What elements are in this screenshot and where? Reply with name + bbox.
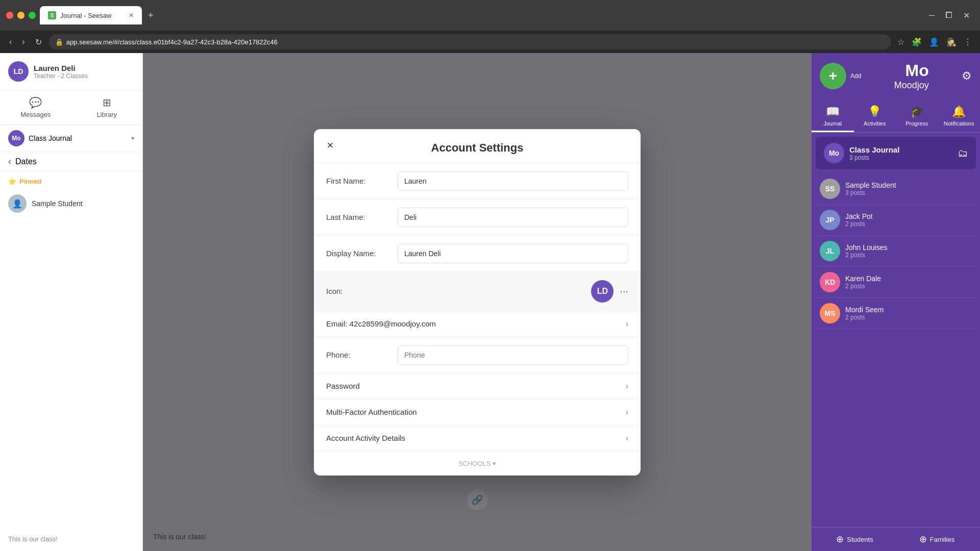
class-journal-item[interactable]: Mo Class Journal 3 posts 🗂 bbox=[816, 137, 976, 169]
class-intro-text: This is our class! bbox=[0, 527, 142, 551]
list-item[interactable]: JP Jack Pot 2 posts bbox=[816, 205, 976, 236]
forward-button[interactable]: › bbox=[19, 35, 28, 48]
student-name: Sample Student bbox=[32, 199, 83, 208]
right-footer: ⊕ Students ⊕ Families bbox=[812, 527, 980, 551]
display-name-label: Display Name: bbox=[326, 249, 398, 258]
url-text: app.seesaw.me/#/class/class.e01bf4c2-9a2… bbox=[66, 38, 885, 46]
icon-selector: LD ··· bbox=[384, 280, 628, 303]
window-close-button[interactable] bbox=[6, 12, 13, 19]
activity-label: Account Activity Details bbox=[326, 434, 626, 442]
notifications-label: Notifications bbox=[944, 120, 974, 127]
right-user-info: + Add bbox=[820, 63, 861, 89]
class-avatar: Mo bbox=[8, 130, 24, 146]
incognito-icon: 🕵 bbox=[944, 35, 959, 49]
student-info: Karen Dale 2 posts bbox=[845, 274, 972, 290]
activities-label: Activities bbox=[864, 120, 886, 127]
extensions-icon[interactable]: 🧩 bbox=[910, 35, 924, 49]
class-selector[interactable]: Mo Class Journal ▾ bbox=[0, 125, 142, 152]
student-avatar-jp: JP bbox=[820, 210, 840, 230]
sidebar-student-item[interactable]: 👤 Sample Student bbox=[0, 189, 142, 218]
sidebar-item-library[interactable]: ⊞ Library bbox=[71, 90, 143, 124]
list-item[interactable]: SS Sample Student 3 posts bbox=[816, 173, 976, 205]
tab-notifications[interactable]: 🔔 Notifications bbox=[938, 99, 981, 132]
tab-progress[interactable]: 🎓 Progress bbox=[896, 99, 938, 132]
list-item[interactable]: MS Mordi Seem 2 posts bbox=[816, 298, 976, 329]
top-nav: 💬 Messages ⊞ Library bbox=[0, 90, 142, 125]
password-chevron-icon: › bbox=[626, 382, 628, 391]
class-journal-title: Class Journal bbox=[849, 145, 952, 154]
add-students-icon: ⊕ bbox=[836, 534, 844, 545]
right-user-name-block: Mo Moodjoy bbox=[894, 61, 929, 91]
tab-journal[interactable]: 📖 Journal bbox=[812, 99, 854, 132]
student-posts: 2 posts bbox=[845, 252, 972, 259]
new-tab-button[interactable]: + bbox=[144, 8, 158, 23]
password-row[interactable]: Password › bbox=[314, 373, 641, 399]
student-name: Karen Dale bbox=[845, 274, 972, 283]
list-item[interactable]: KD Karen Dale 2 posts bbox=[816, 267, 976, 298]
tab-favicon: S bbox=[48, 11, 56, 19]
student-name: John Louises bbox=[845, 243, 972, 252]
restore-button[interactable]: ⧠ bbox=[941, 9, 957, 22]
last-name-input[interactable] bbox=[398, 208, 628, 227]
more-options-icon[interactable]: ··· bbox=[620, 285, 628, 297]
settings-icon[interactable]: ⚙ bbox=[962, 69, 972, 83]
toolbar-icons: ☆ 🧩 👤 🕵 ⋮ bbox=[895, 35, 974, 49]
add-button[interactable]: + bbox=[829, 68, 837, 84]
bookmark-icon[interactable]: ☆ bbox=[895, 35, 906, 49]
reload-button[interactable]: ↻ bbox=[32, 35, 45, 49]
back-button[interactable]: ‹ bbox=[6, 35, 15, 48]
mfa-label: Multi-Factor Authentication bbox=[326, 408, 626, 416]
active-tab[interactable]: S Journal - Seesaw ✕ bbox=[40, 6, 142, 24]
pinned-label: ⭐ Pinned bbox=[8, 178, 134, 185]
window-action-controls: ─ ⧠ ✕ bbox=[925, 9, 974, 22]
phone-input[interactable] bbox=[398, 345, 628, 365]
journal-icon: 📖 bbox=[826, 105, 840, 118]
menu-icon[interactable]: ⋮ bbox=[962, 35, 974, 49]
library-label: Library bbox=[96, 111, 117, 118]
folder-icon: 🗂 bbox=[958, 147, 968, 159]
browser-chrome: S Journal - Seesaw ✕ + ─ ⧠ ✕ bbox=[0, 0, 980, 31]
activity-chevron-icon: › bbox=[626, 434, 628, 443]
tab-activities[interactable]: 💡 Activities bbox=[854, 99, 896, 132]
modal-close-button[interactable]: × bbox=[322, 137, 338, 154]
list-item[interactable]: JL John Louises 2 posts bbox=[816, 236, 976, 267]
date-back-icon[interactable]: ‹ bbox=[8, 156, 11, 167]
user-role-label: Teacher - 2 Classes bbox=[34, 72, 134, 80]
add-students-label: Students bbox=[847, 536, 873, 543]
icon-label: Icon: bbox=[326, 287, 384, 295]
user-info: Lauren Deli Teacher - 2 Classes bbox=[34, 64, 134, 80]
progress-icon: 🎓 bbox=[910, 105, 924, 118]
student-posts: 2 posts bbox=[845, 220, 972, 228]
address-bar[interactable]: 🔒 app.seesaw.me/#/class/class.e01bf4c2-9… bbox=[49, 34, 891, 49]
mfa-chevron-icon: › bbox=[626, 408, 628, 417]
user-icon-avatar[interactable]: LD bbox=[591, 280, 614, 303]
email-row[interactable]: Email: 42c28599@moodjoy.com › bbox=[314, 311, 641, 337]
minimize-button[interactable]: ─ bbox=[925, 9, 939, 22]
modal-body: First Name: Last Name: Display Name: bbox=[314, 163, 641, 475]
first-name-input[interactable] bbox=[398, 171, 628, 191]
modal-title: Account Settings bbox=[326, 141, 628, 155]
window-controls bbox=[6, 12, 36, 19]
window-minimize-button[interactable] bbox=[17, 12, 24, 19]
user-header: LD Lauren Deli Teacher - 2 Classes bbox=[0, 53, 142, 90]
last-name-row: Last Name: bbox=[314, 199, 641, 236]
student-list: SS Sample Student 3 posts JP Jack Pot 2 … bbox=[812, 173, 980, 527]
display-name-input[interactable] bbox=[398, 244, 628, 263]
student-avatar-jl: JL bbox=[820, 241, 840, 261]
first-name-label: First Name: bbox=[326, 177, 398, 185]
close-button[interactable]: ✕ bbox=[959, 9, 974, 22]
progress-label: Progress bbox=[905, 120, 928, 127]
messages-icon: 💬 bbox=[29, 96, 42, 109]
app-container: LD Lauren Deli Teacher - 2 Classes 💬 Mes… bbox=[0, 53, 980, 551]
mfa-row[interactable]: Multi-Factor Authentication › bbox=[314, 399, 641, 425]
activity-row[interactable]: Account Activity Details › bbox=[314, 425, 641, 452]
profile-icon[interactable]: 👤 bbox=[927, 35, 941, 49]
sidebar-item-messages[interactable]: 💬 Messages bbox=[0, 90, 71, 124]
tab-close-button[interactable]: ✕ bbox=[129, 12, 134, 19]
add-families-button[interactable]: ⊕ Families bbox=[898, 534, 976, 545]
chevron-down-icon: ▾ bbox=[131, 135, 134, 142]
window-maximize-button[interactable] bbox=[29, 12, 36, 19]
add-students-button[interactable]: ⊕ Students bbox=[816, 534, 894, 545]
main-content: 🔗 This is our class! × Account Settings … bbox=[143, 53, 812, 551]
student-info: John Louises 2 posts bbox=[845, 243, 972, 259]
